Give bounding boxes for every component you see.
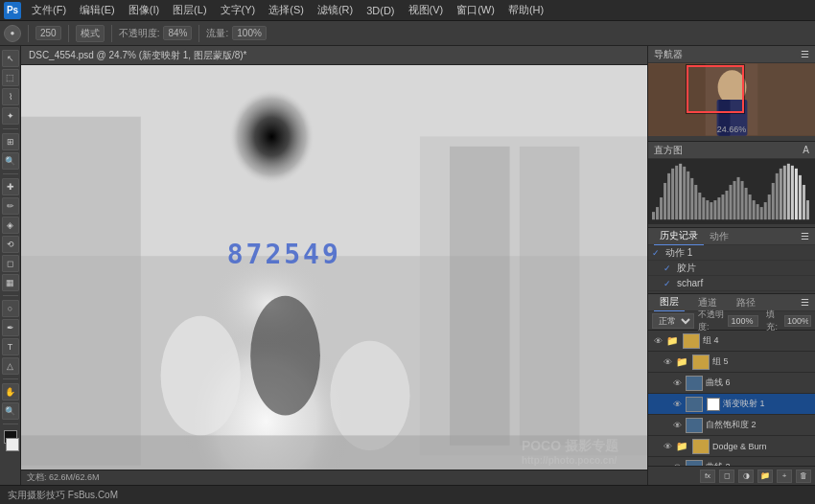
layer-adjustment-button[interactable]: ◑	[738, 470, 754, 483]
tool-separator-3	[3, 295, 18, 296]
opacity-options-field[interactable]	[728, 315, 758, 327]
menu-text[interactable]: 文字(Y)	[214, 1, 263, 19]
tab-history[interactable]: 历史记录	[654, 228, 704, 246]
layer-group-button[interactable]: 📁	[757, 470, 773, 483]
menu-3d[interactable]: 3D(D)	[360, 3, 401, 18]
history-brush-tool[interactable]: ⟲	[2, 236, 19, 253]
layer-visibility-icon[interactable]: 👁	[662, 441, 673, 452]
svg-point-9	[330, 341, 409, 450]
tab-actions[interactable]: 动作	[704, 228, 734, 245]
shape-tool[interactable]: △	[2, 357, 19, 375]
layer-item[interactable]: 👁 曲线 2	[648, 457, 815, 466]
brush-tool-icon[interactable]: ●	[4, 25, 21, 42]
svg-rect-15	[757, 63, 815, 136]
menu-help[interactable]: 帮助(H)	[501, 1, 550, 19]
gradient-tool[interactable]: ▦	[2, 274, 19, 291]
layers-header: 图层 通道 路径 ☰	[648, 294, 815, 311]
menu-image[interactable]: 图像(I)	[122, 1, 166, 19]
navigator-menu-icon[interactable]: ☰	[801, 49, 809, 59]
histogram-panel: 直方图 A	[648, 142, 815, 228]
menu-window[interactable]: 窗口(W)	[450, 1, 501, 19]
layer-visibility-icon[interactable]: 👁	[671, 420, 683, 431]
wand-tool[interactable]: ✦	[2, 107, 19, 125]
svg-rect-41	[737, 177, 740, 219]
tool-separator-2	[3, 173, 18, 174]
navigator-header: 导航器 ☰	[648, 46, 815, 63]
svg-rect-19	[652, 212, 655, 219]
layer-item[interactable]: 👁 渐变映射 1	[648, 394, 815, 415]
menu-filter[interactable]: 滤镜(R)	[311, 1, 360, 19]
canvas-doc-info: 文档: 62.6M/62.6M	[27, 471, 100, 484]
heal-tool[interactable]: ✚	[2, 178, 19, 195]
canvas-tab[interactable]: DSC_4554.psd @ 24.7% (新变映射 1, 图层蒙版/8)*	[21, 46, 647, 65]
mode-selector[interactable]: 模式	[76, 25, 105, 42]
rect-select-tool[interactable]: ⬚	[2, 69, 19, 86]
layer-mask-button[interactable]: ◻	[719, 470, 734, 483]
hand-tool[interactable]: ✋	[2, 383, 19, 401]
lasso-tool[interactable]: ⌇	[2, 88, 19, 105]
history-check-icon: ✓	[652, 248, 662, 258]
history-menu-icon[interactable]: ☰	[801, 231, 809, 241]
layer-visibility-icon[interactable]: 👁	[662, 356, 673, 368]
fill-options-field[interactable]	[784, 315, 811, 327]
menu-view[interactable]: 视图(V)	[402, 1, 451, 19]
canvas-tab-title: DSC_4554.psd @ 24.7% (新变映射 1, 图层蒙版/8)*	[29, 49, 246, 62]
text-tool[interactable]: T	[2, 338, 19, 355]
layer-item[interactable]: 👁 📁 组 4	[648, 331, 815, 352]
layers-menu-icon[interactable]: ☰	[801, 297, 809, 308]
pen-tool[interactable]: ✒	[2, 319, 19, 336]
eraser-tool[interactable]: ◻	[2, 255, 19, 272]
navigator-selection-box[interactable]	[687, 65, 744, 113]
svg-rect-23	[667, 173, 670, 219]
right-panels: 导航器 ☰ 24.66%	[647, 46, 815, 485]
menu-file[interactable]: 文件(F)	[25, 1, 73, 19]
menu-layer[interactable]: 图层(L)	[166, 1, 213, 19]
histogram-header: 直方图 A	[648, 142, 815, 159]
history-item[interactable]: ✓scharf	[648, 276, 815, 291]
history-item[interactable]: ✓胶片	[648, 261, 815, 276]
tab-layers[interactable]: 图层	[654, 293, 685, 312]
eyedropper-tool[interactable]: 🔍	[2, 152, 19, 170]
crop-tool[interactable]: ⊞	[2, 133, 19, 150]
layer-item[interactable]: 👁 📁 组 5	[648, 352, 815, 373]
tab-paths[interactable]: 路径	[731, 294, 761, 311]
zoom-field[interactable]: 250	[35, 26, 61, 40]
menu-select[interactable]: 选择(S)	[262, 1, 311, 19]
navigator-thumbnail[interactable]: 24.66%	[648, 63, 815, 136]
canvas-area: DSC_4554.psd @ 24.7% (新变映射 1, 图层蒙版/8)*	[21, 46, 647, 485]
layer-item[interactable]: 👁 曲线 6	[648, 373, 815, 394]
layer-style-button[interactable]: fx	[700, 470, 715, 483]
history-item[interactable]: ✓动作 1	[648, 245, 815, 261]
layer-visibility-icon[interactable]: 👁	[671, 399, 683, 410]
move-tool[interactable]: ↖	[2, 50, 19, 67]
background-color[interactable]	[6, 438, 19, 451]
svg-rect-26	[679, 164, 682, 219]
layer-thumbnail	[683, 333, 700, 349]
layer-visibility-icon[interactable]: 👁	[671, 378, 683, 389]
zoom-tool[interactable]: 🔍	[2, 402, 19, 420]
canvas-content[interactable]: 872549 POCO 摄影专题 http://photo.poco.cn/ 文…	[21, 65, 647, 485]
dodge-tool[interactable]: ○	[2, 300, 19, 317]
svg-rect-11	[520, 147, 579, 446]
svg-rect-59	[806, 200, 809, 219]
flow-field[interactable]: 100%	[232, 26, 267, 40]
menu-edit[interactable]: 编辑(E)	[73, 1, 122, 19]
svg-rect-33	[706, 200, 709, 219]
svg-rect-2	[21, 117, 141, 466]
layer-thumbnail	[686, 376, 703, 391]
new-layer-button[interactable]: +	[777, 470, 792, 483]
svg-rect-28	[687, 172, 689, 219]
histogram-menu-icon[interactable]: A	[803, 145, 809, 155]
svg-rect-56	[795, 169, 798, 219]
svg-rect-49	[768, 195, 771, 219]
brush-tool[interactable]: ✏	[2, 197, 19, 215]
stamp-tool[interactable]: ◈	[2, 217, 19, 234]
layers-footer: fx ◻ ◑ 📁 + 🗑	[648, 466, 815, 485]
opacity-field[interactable]: 84%	[163, 26, 192, 40]
layer-item[interactable]: 👁 📁 Dodge & Burn	[648, 436, 815, 457]
layer-name-label: Dodge & Burn	[712, 442, 811, 451]
layers-blend-mode[interactable]: 正常	[652, 313, 694, 329]
layer-item[interactable]: 👁 自然饱和度 2	[648, 415, 815, 436]
delete-layer-button[interactable]: 🗑	[796, 470, 811, 483]
layer-visibility-icon[interactable]: 👁	[652, 335, 664, 347]
